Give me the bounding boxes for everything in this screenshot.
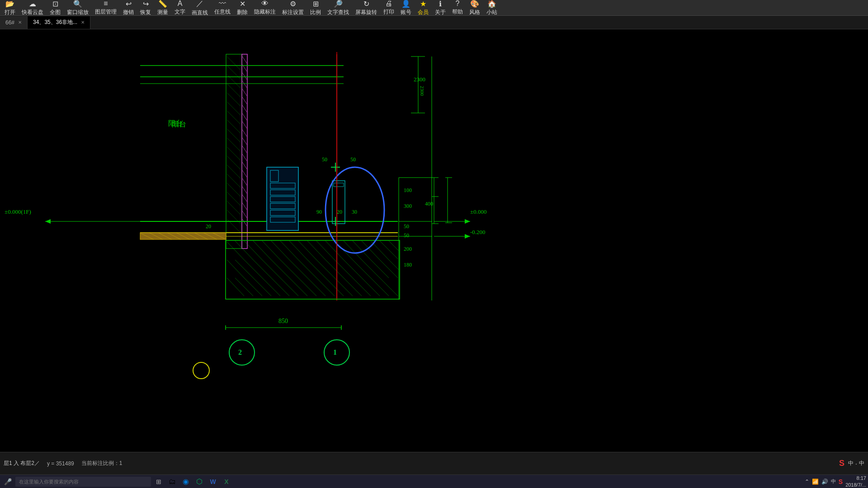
start-search-mic[interactable]: 🎤 xyxy=(2,476,14,488)
toolbar-style[interactable]: 🎨 风格 xyxy=(467,0,483,15)
toolbar-about[interactable]: ℹ 关于 xyxy=(432,0,448,15)
tab-34-35-36[interactable]: 34、35、36非地... ✕ xyxy=(28,16,90,29)
windows-taskbar: 🎤 ⊞ 🗂 ◉ ⬡ W X ⌃ 📶 🔊 中 S 8:17 2018/7/... xyxy=(0,474,868,488)
svg-text:2300: 2300 xyxy=(414,76,425,83)
redo-icon: ↪ xyxy=(143,0,149,8)
edge-button[interactable]: ◉ xyxy=(180,476,192,488)
svg-text:50: 50 xyxy=(350,156,356,163)
toolbar-hide-annotation[interactable]: 👁 隐藏标注 xyxy=(251,0,278,15)
svg-text:±0.000(1F): ±0.000(1F) xyxy=(5,208,31,215)
svg-text:2: 2 xyxy=(238,348,242,356)
svg-text:1: 1 xyxy=(333,348,337,356)
tab-bar: 66# ✕ 34、35、36非地... ✕ xyxy=(0,16,868,29)
toolbar-undo[interactable]: ↩ 撤销 xyxy=(120,0,137,15)
app-logo: S xyxy=(839,459,844,468)
layers-icon: ≡ xyxy=(104,0,108,8)
toolbar-redo[interactable]: ↪ 恢复 xyxy=(137,0,154,15)
toolbar-open[interactable]: 📂 打开 xyxy=(2,0,18,15)
measure-icon: 📏 xyxy=(158,0,167,8)
cad-drawing: 2300 2300 50 50 90 20 30 20 100 300 400 … xyxy=(0,29,868,452)
svg-text:±0.000: ±0.000 xyxy=(470,208,486,215)
delete-icon: ✕ xyxy=(240,0,245,8)
line-icon: ／ xyxy=(196,0,203,9)
scale-info: 当前标注比例：1 xyxy=(81,460,123,467)
taskbar-ime: 中 xyxy=(831,478,836,485)
taskbar-sound: 🔊 xyxy=(821,479,828,485)
status-bar: 层1 入 布层2／ y = 351489 当前标注比例：1 S 中 · 中 xyxy=(0,452,868,474)
svg-text:-0.200: -0.200 xyxy=(470,229,486,235)
toolbar-line[interactable]: ／ 画直线 xyxy=(189,0,211,15)
toolbar-print[interactable]: 🖨 打印 xyxy=(381,0,397,15)
svg-text:30: 30 xyxy=(352,209,357,215)
print-icon: 🖨 xyxy=(385,0,392,8)
toolbar-station[interactable]: 🏠 小站 xyxy=(484,0,500,15)
toolbar-annotation-settings[interactable]: ⚙ 标注设置 xyxy=(279,0,307,15)
svg-text:100: 100 xyxy=(404,187,412,193)
excel-button[interactable]: X xyxy=(221,476,232,488)
svg-text:20: 20 xyxy=(337,209,342,215)
undo-icon: ↩ xyxy=(126,0,132,8)
toolbar-text[interactable]: A 文字 xyxy=(172,0,188,15)
toolbar-cloud[interactable]: ☁ 快看云盘 xyxy=(19,0,46,15)
toolbar-zoom[interactable]: 🔍 窗口缩放 xyxy=(64,0,91,15)
toolbar-freeline[interactable]: 〰 任意线 xyxy=(212,0,233,15)
svg-text:850: 850 xyxy=(278,318,288,324)
word-button[interactable]: W xyxy=(207,476,219,488)
svg-text:400: 400 xyxy=(425,201,433,207)
toolbar-account[interactable]: 👤 账号 xyxy=(398,0,414,15)
taskbar-right-area: ⌃ 📶 🔊 中 S 8:17 2018/7/... xyxy=(805,475,866,488)
settings-icon: ⚙ xyxy=(290,0,296,8)
svg-text:2300: 2300 xyxy=(420,86,425,96)
toolbar-layers[interactable]: ≡ 图层管理 xyxy=(92,0,119,15)
hide-icon: 👁 xyxy=(261,0,269,8)
toolbar-measure[interactable]: 📏 测量 xyxy=(155,0,171,15)
file-explorer-button[interactable]: 🗂 xyxy=(166,476,178,488)
ime-indicator: 中 xyxy=(848,460,854,467)
toolbar-fullview[interactable]: ⊡ 全图 xyxy=(47,0,63,15)
cad-viewport[interactable]: 2300 2300 50 50 90 20 30 20 100 300 400 … xyxy=(0,29,868,452)
find-icon: 🔎 xyxy=(334,0,343,8)
svg-text:50: 50 xyxy=(404,232,409,239)
input-mode: 中 xyxy=(859,460,864,467)
svg-rect-0 xyxy=(0,29,868,452)
toolbar-find-text[interactable]: 🔎 文字查找 xyxy=(325,0,352,15)
svg-text:300: 300 xyxy=(404,203,412,209)
taskbar-chevron-up[interactable]: ⌃ xyxy=(805,479,809,485)
main-toolbar: 📂 打开 ☁ 快看云盘 ⊡ 全图 🔍 窗口缩放 ≡ 图层管理 ↩ 撤销 ↪ 恢复… xyxy=(0,0,868,16)
toolbar-help[interactable]: ? 帮助 xyxy=(449,0,466,15)
taskbar-wifi: 📶 xyxy=(812,479,819,485)
help-icon: ? xyxy=(456,0,460,8)
member-icon: ★ xyxy=(420,0,426,8)
zoom-icon: 🔍 xyxy=(73,0,82,8)
text-icon: A xyxy=(178,0,183,8)
svg-text:20: 20 xyxy=(206,223,211,230)
account-icon: 👤 xyxy=(401,0,410,8)
svg-text:200: 200 xyxy=(404,246,412,252)
tab-66[interactable]: 66# ✕ xyxy=(0,16,28,29)
svg-rect-118 xyxy=(267,167,298,230)
status-right-area: S 中 · 中 xyxy=(839,459,864,468)
toolbar-delete[interactable]: ✕ 删除 xyxy=(234,0,250,15)
taskbar-app-icon: S xyxy=(839,478,843,485)
app1-button[interactable]: ⬡ xyxy=(193,476,205,488)
punctuation-indicator: · xyxy=(855,460,857,467)
station-icon: 🏠 xyxy=(487,0,496,8)
svg-text:90: 90 xyxy=(316,209,322,215)
tab-close-66[interactable]: ✕ xyxy=(18,20,22,25)
cloud-icon: ☁ xyxy=(29,0,36,8)
freeline-icon: 〰 xyxy=(219,0,226,8)
tab-close-34[interactable]: ✕ xyxy=(81,20,85,25)
toolbar-member[interactable]: ★ 会员 xyxy=(415,0,431,15)
windows-search-input[interactable] xyxy=(15,477,151,487)
toolbar-scale[interactable]: ⊞ 比例 xyxy=(307,0,324,15)
svg-text:50: 50 xyxy=(404,223,409,230)
style-icon: 🎨 xyxy=(470,0,479,8)
toolbar-rotate[interactable]: ↻ 屏幕旋转 xyxy=(353,0,380,15)
rotate-icon: ↻ xyxy=(363,0,369,8)
layer-info: 层1 入 布层2／ xyxy=(4,460,40,467)
fullview-icon: ⊡ xyxy=(52,0,58,8)
taskbar-clock: 8:17 2018/7/... xyxy=(845,475,866,488)
open-icon: 📂 xyxy=(5,0,14,8)
scale-icon: ⊞ xyxy=(313,0,319,8)
task-view-button[interactable]: ⊞ xyxy=(153,476,165,488)
